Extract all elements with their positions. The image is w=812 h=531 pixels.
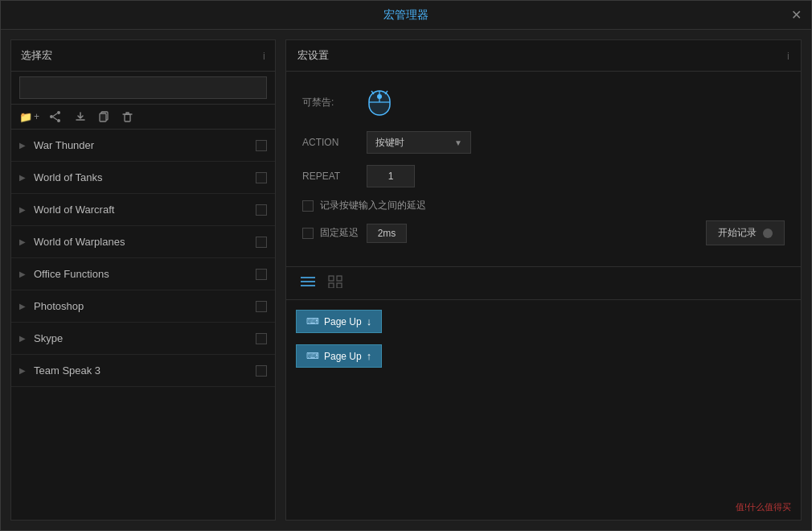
macro-category-list: ▶ War Thunder ▶ World of Tanks ▶ World o… bbox=[11, 130, 275, 520]
new-folder-button[interactable]: 📁 + bbox=[19, 111, 39, 123]
checkbox1[interactable] bbox=[302, 200, 314, 212]
record-button[interactable]: 开始记录 bbox=[706, 220, 785, 245]
download-button[interactable] bbox=[72, 109, 89, 124]
left-panel: 选择宏 i 🔍 📁 + bbox=[10, 39, 276, 521]
item-label: Photoshop bbox=[34, 300, 256, 312]
trash-icon bbox=[122, 111, 133, 122]
svg-rect-18 bbox=[337, 276, 342, 281]
item-checkbox[interactable] bbox=[256, 237, 267, 248]
svg-rect-17 bbox=[329, 276, 334, 281]
item-checkbox[interactable] bbox=[256, 333, 267, 344]
macro-list-area: ⌨ Page Up ↓ ⌨ Page Up ↑ 值!什么值得买 bbox=[286, 300, 801, 520]
left-panel-title: 选择宏 bbox=[21, 48, 52, 63]
download-icon bbox=[75, 111, 86, 122]
right-info-icon[interactable]: i bbox=[787, 50, 789, 62]
settings-area: 可禁告: ACTION bbox=[286, 72, 801, 267]
chevron-icon: ▶ bbox=[19, 173, 26, 182]
search-wrapper: 🔍 bbox=[19, 76, 267, 99]
copy-button[interactable] bbox=[96, 109, 113, 124]
list-item[interactable]: ▶ Office Functions bbox=[11, 258, 275, 290]
new-label: + bbox=[34, 111, 39, 122]
folder-icon: 📁 bbox=[19, 111, 32, 123]
checkbox1-row: 记录按键输入之间的延迟 bbox=[302, 199, 785, 212]
main-content: 选择宏 i 🔍 📁 + bbox=[1, 30, 811, 530]
svg-rect-6 bbox=[100, 113, 106, 121]
list-item[interactable]: ▶ World of Tanks bbox=[11, 162, 275, 194]
record-dot-icon bbox=[763, 228, 773, 238]
list-item[interactable]: ▶ World of Warplanes bbox=[11, 226, 275, 258]
chevron-icon: ▶ bbox=[19, 366, 26, 375]
window-title: 宏管理器 bbox=[383, 8, 429, 23]
svg-point-0 bbox=[57, 111, 60, 114]
list-item[interactable]: ▶ Photoshop bbox=[11, 290, 275, 323]
svg-rect-19 bbox=[329, 283, 334, 288]
share-button[interactable] bbox=[46, 109, 65, 124]
item-label: War Thunder bbox=[34, 139, 256, 151]
action-row: ACTION 按键时 ▼ bbox=[302, 131, 785, 154]
checkbox2-label: 固定延迟 bbox=[320, 226, 359, 240]
right-panel-title: 宏设置 bbox=[297, 48, 329, 63]
item-checkbox[interactable] bbox=[256, 365, 267, 377]
close-button[interactable]: ✕ bbox=[791, 9, 802, 22]
search-input[interactable] bbox=[19, 76, 267, 99]
item-label: World of Tanks bbox=[34, 171, 256, 183]
chevron-icon: ▶ bbox=[19, 302, 26, 311]
chevron-icon: ▶ bbox=[19, 270, 26, 278]
checkbox2[interactable] bbox=[302, 228, 314, 239]
svg-line-3 bbox=[53, 113, 57, 117]
item-checkbox[interactable] bbox=[256, 204, 267, 216]
svg-rect-20 bbox=[337, 283, 342, 288]
item-checkbox[interactable] bbox=[256, 301, 267, 312]
item-checkbox[interactable] bbox=[256, 269, 267, 280]
copy-icon bbox=[99, 111, 109, 122]
checkbox2-row: 固定延迟 开始记录 bbox=[302, 220, 785, 245]
list-item[interactable]: ▶ World of Warcraft bbox=[11, 194, 275, 226]
repeat-input[interactable] bbox=[367, 165, 415, 187]
view-toolbar bbox=[286, 267, 801, 300]
macro-item[interactable]: ⌨ Page Up ↓ bbox=[296, 310, 382, 333]
svg-point-11 bbox=[377, 94, 382, 99]
left-panel-header: 选择宏 i bbox=[11, 40, 275, 72]
assignable-label: 可禁告: bbox=[302, 96, 367, 109]
action-label: ACTION bbox=[302, 137, 367, 148]
share-icon bbox=[49, 111, 62, 122]
list-item[interactable]: ▶ Skype bbox=[11, 323, 275, 355]
chevron-icon: ▶ bbox=[19, 141, 26, 150]
assignable-row: 可禁告: bbox=[302, 84, 785, 120]
macro-item-key: Page Up bbox=[324, 351, 362, 362]
title-bar: 宏管理器 ✕ bbox=[1, 1, 811, 30]
macro-direction-icon: ↑ bbox=[367, 350, 372, 362]
chevron-icon: ▶ bbox=[19, 334, 26, 343]
left-info-icon[interactable]: i bbox=[263, 50, 265, 62]
item-label: Skype bbox=[34, 332, 256, 344]
left-toolbar: 📁 + bbox=[11, 105, 275, 130]
item-checkbox[interactable] bbox=[256, 172, 267, 183]
mouse-icon bbox=[367, 84, 392, 120]
item-checkbox[interactable] bbox=[256, 140, 267, 151]
item-label: World of Warplanes bbox=[34, 236, 256, 248]
macro-item[interactable]: ⌨ Page Up ↑ bbox=[296, 344, 382, 368]
list-item[interactable]: ▶ War Thunder bbox=[11, 130, 275, 162]
list-item[interactable]: ▶ Team Speak 3 bbox=[11, 355, 275, 387]
action-select[interactable]: 按键时 ▼ bbox=[367, 131, 471, 154]
repeat-label: REPEAT bbox=[302, 171, 367, 182]
delete-button[interactable] bbox=[119, 109, 136, 124]
main-window: 宏管理器 ✕ 选择宏 i 🔍 📁 + bbox=[0, 0, 812, 531]
item-label: Team Speak 3 bbox=[34, 364, 256, 377]
item-label: World of Warcraft bbox=[34, 204, 256, 216]
repeat-row: REPEAT bbox=[302, 165, 785, 187]
grid-view-icon bbox=[328, 275, 342, 288]
list-view-icon bbox=[301, 275, 315, 288]
action-value: 按键时 bbox=[375, 136, 404, 150]
fixed-delay-input[interactable] bbox=[367, 224, 407, 243]
checkbox1-label: 记录按键输入之间的延迟 bbox=[320, 199, 426, 212]
svg-rect-7 bbox=[125, 114, 130, 121]
grid-view-button[interactable] bbox=[325, 274, 346, 293]
search-box: 🔍 bbox=[11, 72, 275, 105]
right-panel-header: 宏设置 i bbox=[286, 40, 801, 72]
list-view-button[interactable] bbox=[297, 274, 318, 293]
svg-point-1 bbox=[57, 119, 60, 122]
right-panel: 宏设置 i 可禁告: bbox=[285, 39, 802, 521]
keyboard-icon: ⌨ bbox=[306, 316, 319, 327]
svg-point-2 bbox=[50, 115, 53, 118]
